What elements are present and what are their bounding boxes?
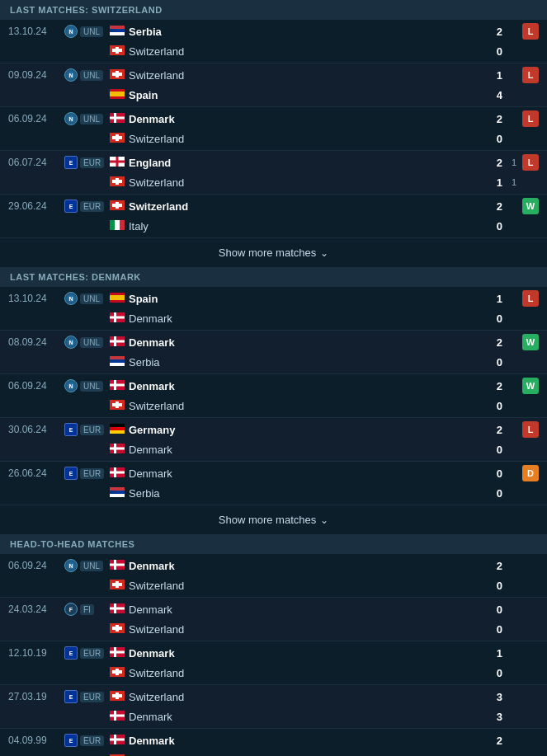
comp-label: EUR bbox=[80, 201, 104, 212]
competition-badge: E EUR bbox=[64, 200, 110, 213]
match-row: Switzerland 0 bbox=[0, 41, 547, 63]
result-badge: W bbox=[522, 198, 539, 214]
svg-rect-5 bbox=[112, 49, 122, 52]
team-info: Spain bbox=[110, 293, 481, 305]
match-row: 13.10.24 N UNL Serbia 2L bbox=[0, 20, 547, 41]
match-pair: 13.10.24 N UNL Serbia 2L Switzerland 0 bbox=[0, 20, 547, 63]
team-score: 0 bbox=[481, 400, 506, 412]
team-name: Denmark bbox=[129, 467, 172, 480]
match-pair: 27.03.19 E EUR Switzerland 3 Denmark 3 bbox=[0, 685, 547, 729]
section-header: LAST MATCHES: DENMARK bbox=[0, 267, 547, 287]
team-flag bbox=[110, 26, 125, 38]
team-flag bbox=[110, 356, 125, 369]
match-row: 24.03.24 F FI Denmark 0 bbox=[0, 598, 547, 619]
team-score: 2 bbox=[481, 157, 506, 169]
team-score: 2 bbox=[481, 560, 506, 572]
team-score: 2 bbox=[481, 380, 506, 392]
match-row: 08.09.24 N UNL Denmark 2W bbox=[0, 331, 547, 352]
result-badge-spacer bbox=[522, 441, 539, 458]
team-name: Denmark bbox=[129, 312, 172, 325]
team-score: 2 bbox=[481, 735, 506, 747]
show-more-label: Show more matches bbox=[219, 247, 317, 259]
comp-label: EUR bbox=[80, 648, 104, 659]
svg-rect-9 bbox=[110, 89, 125, 92]
team-name: Denmark bbox=[129, 113, 175, 125]
team-score: 0 bbox=[481, 356, 506, 369]
team-name: Switzerland bbox=[129, 133, 184, 145]
team-name: Italy bbox=[129, 220, 149, 232]
comp-label: UNL bbox=[80, 337, 103, 348]
match-row: Switzerland 0 bbox=[0, 619, 547, 641]
svg-rect-50 bbox=[110, 430, 125, 434]
team-score: 0 bbox=[481, 444, 506, 456]
team-score: 0 bbox=[481, 133, 506, 145]
svg-rect-57 bbox=[110, 487, 125, 491]
comp-label: UNL bbox=[80, 26, 103, 37]
match-pair: 06.09.24 N UNL Denmark 2W Switzerland 0 bbox=[0, 374, 547, 418]
competition-badge: N UNL bbox=[64, 68, 110, 82]
team-info: Denmark bbox=[110, 336, 481, 349]
team-score: 0 bbox=[481, 603, 506, 616]
team-info: Switzerland bbox=[110, 45, 481, 58]
competition-badge: N UNL bbox=[64, 25, 110, 38]
match-pair: 09.09.24 N UNL Switzerland 1L Spain 4 bbox=[0, 63, 547, 107]
team-name: Denmark bbox=[129, 735, 175, 747]
section-header: LAST MATCHES: SWITZERLAND bbox=[0, 0, 547, 20]
team-info: Switzerland bbox=[110, 667, 481, 679]
svg-rect-48 bbox=[110, 424, 125, 427]
team-score: 1 bbox=[481, 69, 506, 82]
result-badge-spacer bbox=[522, 87, 539, 103]
match-row: 30.06.24 E EUR Germany 2L bbox=[0, 418, 547, 439]
team-flag bbox=[110, 580, 125, 592]
team-info: Italy bbox=[110, 220, 481, 232]
svg-rect-65 bbox=[112, 583, 122, 586]
team-flag bbox=[110, 113, 125, 125]
show-more-button[interactable]: Show more matches ⌄ bbox=[0, 505, 547, 534]
result-badge-spacer bbox=[522, 174, 539, 190]
show-more-button[interactable]: Show more matches ⌄ bbox=[0, 238, 547, 267]
match-pair: 04.09.99 E EUR Denmark 2 Switzerland 1 bbox=[0, 729, 547, 756]
match-date: 06.07.24 bbox=[8, 157, 64, 168]
match-row: Denmark 0 bbox=[0, 308, 547, 330]
result-badge-spacer bbox=[522, 43, 539, 59]
team-info: Denmark bbox=[110, 467, 481, 480]
competition-badge: E EUR bbox=[64, 467, 110, 480]
match-row: 29.06.24 E EUR Switzerland 2W bbox=[0, 195, 547, 216]
team-info: Spain bbox=[110, 89, 481, 101]
match-row: Switzerland 0 bbox=[0, 396, 547, 417]
svg-rect-59 bbox=[110, 494, 125, 497]
team-info: Switzerland bbox=[110, 133, 481, 145]
svg-rect-47 bbox=[112, 403, 122, 406]
team-name: Denmark bbox=[129, 711, 172, 723]
team-info: Denmark bbox=[110, 647, 481, 660]
team-name: Switzerland bbox=[129, 623, 184, 636]
svg-rect-23 bbox=[112, 180, 122, 183]
match-date: 06.09.24 bbox=[8, 560, 64, 571]
comp-label: UNL bbox=[80, 70, 103, 81]
result-badge-spacer bbox=[522, 485, 539, 501]
team-flag bbox=[110, 623, 125, 636]
svg-rect-8 bbox=[112, 73, 122, 76]
result-badge-spacer bbox=[522, 664, 539, 681]
team-flag bbox=[110, 293, 125, 305]
team-flag bbox=[110, 176, 125, 189]
result-badge: L bbox=[522, 290, 539, 307]
team-score: 2 bbox=[481, 424, 506, 436]
team-name: Switzerland bbox=[129, 580, 184, 592]
team-score: 0 bbox=[481, 487, 506, 500]
svg-rect-10 bbox=[110, 92, 125, 96]
team-info: Serbia bbox=[110, 487, 481, 500]
team-name: Spain bbox=[129, 293, 158, 305]
result-badge: W bbox=[522, 334, 539, 350]
match-pair: 08.09.24 N UNL Denmark 2W Serbia 0 bbox=[0, 331, 547, 374]
result-badge-spacer bbox=[522, 218, 539, 234]
match-row: Serbia 0 bbox=[0, 483, 547, 505]
comp-label: UNL bbox=[80, 561, 103, 571]
team-score: 0 bbox=[481, 312, 506, 325]
comp-label: EUR bbox=[80, 692, 104, 702]
team-name: Germany bbox=[129, 424, 175, 436]
result-badge-empty bbox=[522, 732, 539, 749]
team-flag bbox=[110, 89, 125, 101]
svg-rect-86 bbox=[110, 738, 125, 740]
team-flag bbox=[110, 711, 125, 723]
